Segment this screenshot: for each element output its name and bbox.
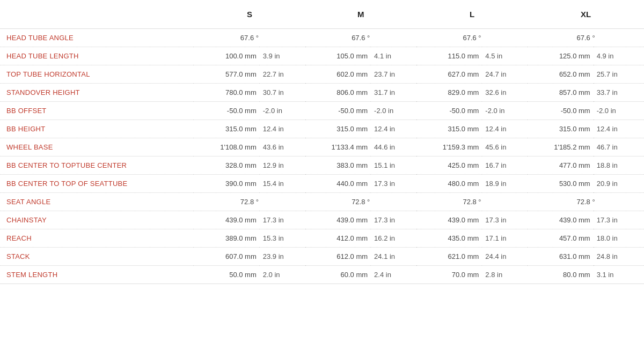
geometry-table: S M L XL HEAD TUBE ANGLE67.6 °67.6 °67.6… [0,0,644,284]
value-l-in: 17.1 in [482,229,528,248]
value-s-mm: 50.0 mm [194,266,260,284]
value-xl-in: 33.7 in [594,84,644,102]
value-m-in: 23.7 in [371,65,416,84]
row-label: SEAT ANGLE [0,193,194,211]
value-xl-in: 25.7 in [594,65,644,84]
value-s-mm: 389.0 mm [194,229,260,248]
table-row: BB HEIGHT315.0 mm12.4 in315.0 mm12.4 in3… [0,120,644,138]
value-s-mm: 577.0 mm [194,65,260,84]
row-label: CHAINSTAY [0,211,194,229]
table-row: STACK607.0 mm23.9 in612.0 mm24.1 in621.0… [0,248,644,266]
value-m-in: 44.6 in [371,138,416,156]
value-m-in: 4.1 in [371,47,416,65]
row-label: HEAD TUBE ANGLE [0,29,194,47]
value-m-in: 16.2 in [371,229,416,248]
value-m-mm: 105.0 mm [305,47,371,65]
size-m-header: M [305,0,416,29]
header-row: S M L XL [0,0,644,29]
value-m-mm: 602.0 mm [305,65,371,84]
table-row: BB OFFSET-50.0 mm-2.0 in-50.0 mm-2.0 in-… [0,102,644,120]
value-l: 72.8 ° [416,193,528,211]
value-l-mm: 627.0 mm [416,65,482,84]
row-label: BB HEIGHT [0,120,194,138]
value-m-in: 31.7 in [371,84,416,102]
value-s-mm: -50.0 mm [194,102,260,120]
value-xl-in: 18.0 in [594,229,644,248]
value-m-in: 24.1 in [371,248,416,266]
table-row: WHEEL BASE1'108.0 mm43.6 in1'133.4 mm44.… [0,138,644,156]
value-xl-in: 17.3 in [594,211,644,229]
value-xl-mm: 125.0 mm [528,47,594,65]
value-m: 72.8 ° [305,193,416,211]
value-l-mm: 439.0 mm [416,211,482,229]
value-s-in: 15.4 in [260,175,305,193]
value-l-in: 24.7 in [482,65,528,84]
value-xl-in: 12.4 in [594,120,644,138]
value-s-in: 22.7 in [260,65,305,84]
value-s-in: -2.0 in [260,102,305,120]
value-s-mm: 439.0 mm [194,211,260,229]
value-xl-in: 3.1 in [594,266,644,284]
row-label: REACH [0,229,194,248]
size-s-header: S [194,0,305,29]
value-xl-mm: 1'185.2 mm [528,138,594,156]
value-xl-mm: 631.0 mm [528,248,594,266]
table-row: BB CENTER TO TOP OF SEATTUBE390.0 mm15.4… [0,175,644,193]
table-row: TOP TUBE HORIZONTAL577.0 mm22.7 in602.0 … [0,65,644,84]
value-s-in: 30.7 in [260,84,305,102]
value-s: 72.8 ° [194,193,305,211]
value-l-mm: 115.0 mm [416,47,482,65]
table-row: REACH389.0 mm15.3 in412.0 mm16.2 in435.0… [0,229,644,248]
value-l-in: 32.6 in [482,84,528,102]
value-xl-in: 18.8 in [594,156,644,175]
value-s-in: 15.3 in [260,229,305,248]
value-xl: 67.6 ° [528,29,644,47]
table-row: STANDOVER HEIGHT780.0 mm30.7 in806.0 mm3… [0,84,644,102]
value-s-in: 12.9 in [260,156,305,175]
value-xl-in: 46.7 in [594,138,644,156]
value-xl-in: -2.0 in [594,102,644,120]
table-row: HEAD TUBE LENGTH100.0 mm3.9 in105.0 mm4.… [0,47,644,65]
row-label: BB CENTER TO TOPTUBE CENTER [0,156,194,175]
value-s: 67.6 ° [194,29,305,47]
value-s-mm: 390.0 mm [194,175,260,193]
value-xl-mm: 80.0 mm [528,266,594,284]
row-label: TOP TUBE HORIZONTAL [0,65,194,84]
value-l-in: 17.3 in [482,211,528,229]
value-xl-in: 24.8 in [594,248,644,266]
row-label: HEAD TUBE LENGTH [0,47,194,65]
value-m: 67.6 ° [305,29,416,47]
value-l-in: 16.7 in [482,156,528,175]
value-xl-mm: 457.0 mm [528,229,594,248]
table-row: CHAINSTAY439.0 mm17.3 in439.0 mm17.3 in4… [0,211,644,229]
value-l-mm: 829.0 mm [416,84,482,102]
row-label: STACK [0,248,194,266]
value-s-in: 43.6 in [260,138,305,156]
value-m-mm: 60.0 mm [305,266,371,284]
value-m-in: 2.4 in [371,266,416,284]
value-xl-mm: 477.0 mm [528,156,594,175]
label-header [0,0,194,29]
value-l-in: 18.9 in [482,175,528,193]
value-l-mm: 435.0 mm [416,229,482,248]
row-label: STEM LENGTH [0,266,194,284]
value-l-mm: -50.0 mm [416,102,482,120]
value-m-in: 12.4 in [371,120,416,138]
value-l-in: 45.6 in [482,138,528,156]
value-xl-mm: -50.0 mm [528,102,594,120]
value-s-in: 2.0 in [260,266,305,284]
value-l-in: -2.0 in [482,102,528,120]
value-m-in: 15.1 in [371,156,416,175]
value-xl: 72.8 ° [528,193,644,211]
value-s-mm: 607.0 mm [194,248,260,266]
table-row: STEM LENGTH50.0 mm2.0 in60.0 mm2.4 in70.… [0,266,644,284]
value-l: 67.6 ° [416,29,528,47]
value-s-in: 17.3 in [260,211,305,229]
value-m-mm: 806.0 mm [305,84,371,102]
value-xl-mm: 652.0 mm [528,65,594,84]
value-s-in: 23.9 in [260,248,305,266]
value-xl-mm: 315.0 mm [528,120,594,138]
value-l-mm: 70.0 mm [416,266,482,284]
table-row: HEAD TUBE ANGLE67.6 °67.6 °67.6 °67.6 ° [0,29,644,47]
row-label: STANDOVER HEIGHT [0,84,194,102]
